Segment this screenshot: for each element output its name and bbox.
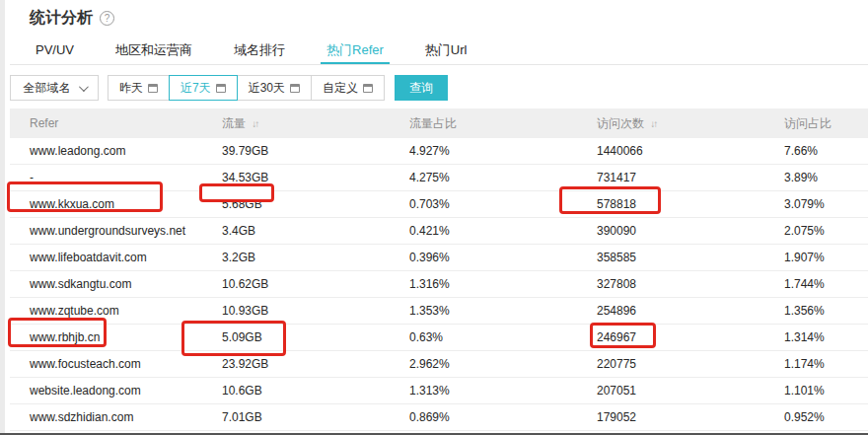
range-yesterday[interactable]: 昨天 xyxy=(108,75,170,101)
cell-visit-pct: 7.66% xyxy=(784,144,868,158)
cell-visit-pct: 1.101% xyxy=(784,384,868,398)
cell-visit-pct: 1.356% xyxy=(784,304,868,318)
cell-refer: - xyxy=(10,171,222,184)
cell-traffic: 10.93GB xyxy=(222,304,409,318)
column-header-label: Refer xyxy=(30,116,58,130)
sort-icon: ↓↑ xyxy=(252,118,257,129)
column-header: 访问占比 xyxy=(784,115,868,132)
help-icon[interactable]: ? xyxy=(100,11,114,26)
cell-visit-pct: 3.079% xyxy=(784,197,868,211)
cell-refer: www.sdkangtu.com xyxy=(10,277,222,291)
cell-visits: 220775 xyxy=(597,357,784,371)
column-header: Refer xyxy=(10,116,222,130)
table-row: www.leadong.com 39.79GB 4.927% 1440066 7… xyxy=(10,138,868,165)
cell-traffic-pct: 2.962% xyxy=(409,357,597,371)
cell-traffic-pct: 0.869% xyxy=(409,410,597,424)
column-header[interactable]: 访问次数 ↓↑ xyxy=(597,115,784,132)
cell-refer: www.focusteach.com xyxy=(10,357,222,371)
cell-traffic-pct: 0.396% xyxy=(409,251,597,264)
tab-bar: PV/UV地区和运营商域名排行热门Refer热门Url xyxy=(10,37,868,65)
column-header-label: 流量 xyxy=(222,116,246,130)
cell-traffic: 10.62GB xyxy=(222,277,409,291)
sort-icon: ↓↑ xyxy=(650,118,656,129)
query-button[interactable]: 查询 xyxy=(395,75,448,101)
cell-visit-pct: 3.89% xyxy=(784,171,868,184)
cell-refer: www.lifeboatdavit.com xyxy=(10,251,222,264)
cell-traffic: 5.09GB xyxy=(222,330,409,344)
range-button-label: 近7天 xyxy=(181,76,211,100)
date-range-group: 昨天 近7天 近30天 自定义 xyxy=(108,75,385,101)
tab-hot-refer[interactable]: 热门Refer xyxy=(321,37,390,64)
cell-traffic-pct: 1.353% xyxy=(409,304,597,318)
calendar-icon xyxy=(290,84,300,93)
table-row: website.leadong.com 10.6GB 1.313% 207051… xyxy=(10,378,868,404)
range-last-30-days[interactable]: 近30天 xyxy=(237,75,312,101)
cell-visit-pct: 2.075% xyxy=(784,224,868,238)
tab-domain-ranking[interactable]: 域名排行 xyxy=(228,37,291,64)
tab-pv-uv[interactable]: PV/UV xyxy=(30,37,80,64)
cell-traffic: 7.01GB xyxy=(222,410,409,424)
calendar-icon xyxy=(363,84,373,93)
cell-refer: www.kkxua.com xyxy=(10,197,222,211)
cell-refer: www.rbhjb.cn xyxy=(10,330,222,344)
cell-traffic: 10.6GB xyxy=(222,384,409,398)
cell-visits: 358585 xyxy=(597,251,784,264)
domain-select-label: 全部域名 xyxy=(24,80,71,97)
table-row: www.zqtube.com 10.93GB 1.353% 254896 1.3… xyxy=(10,298,868,325)
cell-visits: 390090 xyxy=(597,224,784,238)
table-row: www.lifeboatdavit.com 3.2GB 0.396% 35858… xyxy=(10,245,868,271)
table-row: www.undergroundsurveys.net 3.4GB 0.421% … xyxy=(10,218,868,245)
column-header-label: 流量占比 xyxy=(409,116,457,130)
cell-visit-pct: 0.952% xyxy=(784,410,868,424)
filter-bar: 全部域名 昨天 近7天 近30天 自定义 查询 xyxy=(10,75,448,101)
table-body: www.leadong.com 39.79GB 4.927% 1440066 7… xyxy=(10,138,868,431)
cell-traffic: 34.53GB xyxy=(222,171,409,184)
range-button-label: 昨天 xyxy=(119,76,143,100)
cell-traffic-pct: 0.421% xyxy=(409,224,597,238)
table-row: - 34.53GB 4.275% 731417 3.89% xyxy=(10,165,868,191)
cell-traffic: 39.79GB xyxy=(222,144,409,158)
cell-traffic: 3.4GB xyxy=(222,224,409,238)
domain-select[interactable]: 全部域名 xyxy=(10,75,99,101)
cell-visits: 254896 xyxy=(597,304,784,318)
range-button-label: 自定义 xyxy=(323,76,358,100)
cell-traffic: 3.2GB xyxy=(222,251,409,264)
cell-traffic: 5.68GB xyxy=(222,197,409,211)
cell-visits: 327808 xyxy=(597,277,784,291)
chevron-down-icon xyxy=(78,82,88,92)
cell-refer: www.leadong.com xyxy=(10,144,222,158)
table-row: www.sdzhidian.com 7.01GB 0.869% 179052 0… xyxy=(10,404,868,431)
table-header: Refer 流量 ↓↑ 流量占比 访问次数 ↓↑ 访问占比 xyxy=(10,109,868,138)
cell-visits: 179052 xyxy=(597,410,784,424)
cell-refer: website.leadong.com xyxy=(10,384,222,398)
cell-visit-pct: 1.174% xyxy=(784,357,868,371)
cell-visits: 246967 xyxy=(597,330,784,344)
cell-visit-pct: 1.314% xyxy=(784,330,868,344)
table-row: www.rbhjb.cn 5.09GB 0.63% 246967 1.314% xyxy=(10,325,868,351)
cell-refer: www.sdzhidian.com xyxy=(10,410,222,424)
cell-traffic-pct: 0.703% xyxy=(409,197,597,211)
range-last-7-days[interactable]: 近7天 xyxy=(169,75,238,101)
range-custom[interactable]: 自定义 xyxy=(311,75,385,101)
page-title: 统计分析 xyxy=(30,8,93,29)
cell-visit-pct: 1.744% xyxy=(784,277,868,291)
column-header[interactable]: 流量 ↓↑ xyxy=(222,115,409,132)
statistics-analysis-page: 统计分析 ? PV/UV地区和运营商域名排行热门Refer热门Url 全部域名 … xyxy=(0,0,868,435)
table-row: www.kkxua.com 5.68GB 0.703% 578818 3.079… xyxy=(10,191,868,218)
column-header-label: 访问占比 xyxy=(784,116,832,130)
table-row: www.sdkangtu.com 10.62GB 1.316% 327808 1… xyxy=(10,271,868,298)
range-button-label: 近30天 xyxy=(249,76,285,100)
cell-traffic: 23.92GB xyxy=(222,357,409,371)
cell-visits: 207051 xyxy=(597,384,784,398)
column-header-label: 访问次数 xyxy=(597,116,644,130)
left-edge-strip xyxy=(0,0,5,435)
cell-visits: 578818 xyxy=(597,197,784,211)
cell-visit-pct: 1.907% xyxy=(784,251,868,264)
calendar-icon xyxy=(148,84,158,93)
cell-refer: www.undergroundsurveys.net xyxy=(10,224,222,238)
tab-hot-url[interactable]: 热门Url xyxy=(419,37,473,64)
tab-region-operator[interactable]: 地区和运营商 xyxy=(109,37,198,64)
refer-table: Refer 流量 ↓↑ 流量占比 访问次数 ↓↑ 访问占比 www.leadon… xyxy=(10,109,868,431)
cell-visits: 731417 xyxy=(597,171,784,184)
column-header: 流量占比 xyxy=(409,115,597,132)
